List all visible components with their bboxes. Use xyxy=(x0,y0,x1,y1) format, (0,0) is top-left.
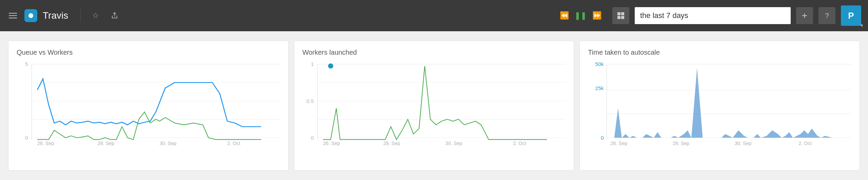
star-button[interactable]: ☆ xyxy=(89,9,102,22)
search-input[interactable] xyxy=(635,7,791,24)
svg-rect-3 xyxy=(621,16,624,19)
svg-text:30. Sep: 30. Sep xyxy=(735,141,752,146)
svg-text:30. Sep: 30. Sep xyxy=(160,141,177,146)
hamburger-menu[interactable] xyxy=(7,10,19,22)
svg-text:0: 0 xyxy=(601,135,604,141)
svg-text:26. Sep: 26. Sep xyxy=(323,141,340,146)
svg-text:5: 5 xyxy=(25,61,28,67)
chart-title-workers: Workers launched xyxy=(302,49,566,56)
grid-view-button[interactable] xyxy=(612,7,629,24)
svg-text:0: 0 xyxy=(25,135,28,141)
chart-area-workers: 1 0.5 0 26. Sep 28. Sep 30. Sep 2. Oct xyxy=(302,60,566,149)
svg-marker-42 xyxy=(611,68,848,138)
header-divider xyxy=(80,9,81,22)
app-title: Travis xyxy=(43,10,68,21)
svg-text:2. Oct: 2. Oct xyxy=(799,141,812,146)
svg-rect-1 xyxy=(621,12,624,15)
chart-title-queue: Queue vs Workers xyxy=(17,49,280,56)
logo xyxy=(24,9,37,22)
chart-panel-queue-vs-workers: Queue vs Workers 5 0 26. Sep 28. Sep 30.… xyxy=(8,41,289,170)
svg-text:0.5: 0.5 xyxy=(306,98,314,104)
svg-text:50k: 50k xyxy=(595,61,604,67)
svg-text:30. Sep: 30. Sep xyxy=(445,141,462,146)
forward-button[interactable]: ⏩ xyxy=(589,8,604,23)
chart-area-queue: 5 0 26. Sep 28. Sep 30. Sep 2. Oct xyxy=(17,60,280,149)
svg-text:2. Oct: 2. Oct xyxy=(513,141,526,146)
user-avatar[interactable]: P xyxy=(841,5,861,26)
pause-button[interactable]: ❚❚ xyxy=(573,8,588,23)
svg-rect-0 xyxy=(617,12,620,15)
content-area: Queue vs Workers 5 0 26. Sep 28. Sep 30.… xyxy=(0,31,868,180)
svg-text:26. Sep: 26. Sep xyxy=(611,141,628,146)
svg-point-29 xyxy=(328,64,333,69)
chart-panel-workers-launched: Workers launched 1 0.5 0 26. Sep 28. Sep… xyxy=(294,41,574,170)
chart-title-autoscale: Time taken to autoscale xyxy=(588,49,851,56)
svg-text:25k: 25k xyxy=(595,85,604,91)
svg-text:0: 0 xyxy=(311,135,314,141)
help-button[interactable]: ? xyxy=(818,7,835,24)
rewind-button[interactable]: ⏪ xyxy=(557,8,572,23)
svg-text:2. Oct: 2. Oct xyxy=(227,141,240,146)
svg-text:26. Sep: 26. Sep xyxy=(37,141,54,146)
svg-rect-2 xyxy=(617,16,620,19)
svg-text:28. Sep: 28. Sep xyxy=(673,141,690,146)
share-button[interactable] xyxy=(108,9,121,22)
chart-area-autoscale: 50k 25k 0 26. Sep 28. Sep 30. Sep 2. Oct xyxy=(588,60,851,149)
svg-text:28. Sep: 28. Sep xyxy=(383,141,400,146)
nav-controls: ⏪ ❚❚ ⏩ xyxy=(557,8,604,23)
svg-text:1: 1 xyxy=(311,61,314,67)
svg-text:28. Sep: 28. Sep xyxy=(98,141,115,146)
add-button[interactable]: + xyxy=(796,7,813,24)
header: Travis ☆ ⏪ ❚❚ ⏩ + ? P xyxy=(0,0,868,31)
chart-panel-autoscale: Time taken to autoscale 50k 25k 0 26. Se… xyxy=(579,41,860,170)
